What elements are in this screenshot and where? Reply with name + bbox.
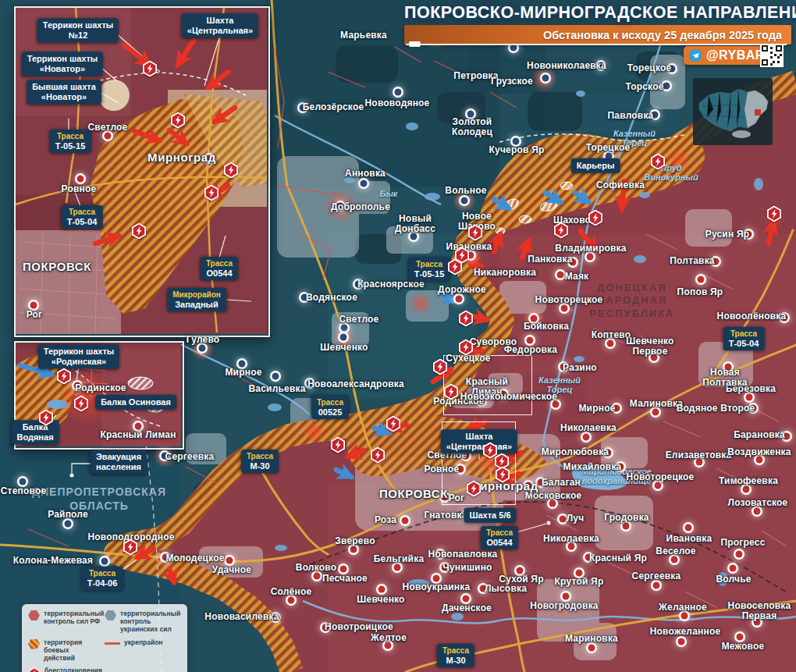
- settlement-label: Чунишино: [442, 563, 492, 573]
- settlement-dot: [402, 517, 409, 524]
- settlement-label: Молодецкое: [165, 553, 224, 564]
- map-label-box: ТрассаМ-30: [437, 644, 474, 667]
- clash-icon: [28, 667, 41, 672]
- settlement-label: Нововодяное: [364, 98, 429, 108]
- map-label-box: ТрассаТ-05-04: [723, 327, 765, 350]
- map-label-box-line: О0544: [206, 268, 233, 278]
- ukraine-minimap: [693, 78, 773, 148]
- settlement-dot: [563, 593, 570, 600]
- title-block: ПОКРОВСКО-МИРНОГРАДСКОЕ НАПРАВЛЕНИЕ Обст…: [404, 3, 791, 44]
- settlement-label: Дорожное: [438, 285, 486, 295]
- settlement-label: Волково: [296, 563, 336, 573]
- map-label-box: Трасса00525: [311, 396, 349, 419]
- settlement-label: Рог: [449, 493, 465, 503]
- map-label-box: ТрассаТ-05-04: [62, 205, 103, 229]
- clash-icon: [467, 225, 484, 244]
- settlement-label: Торецкое: [586, 143, 631, 153]
- map-label-box: ТрассаО0544: [481, 526, 518, 549]
- map-label-box: Эвакуациянаселения: [91, 450, 147, 474]
- settlement-label: Балаган: [542, 478, 581, 488]
- map-label-box-line: Т-05-15: [414, 268, 445, 279]
- clash-icon: [458, 311, 474, 330]
- settlement-label: Песчаное: [322, 574, 368, 584]
- settlement-label: Лозоватское: [728, 498, 788, 508]
- settlement-label: Прогресс: [720, 538, 765, 548]
- settlement-dot: [653, 582, 660, 589]
- settlement-label: Гродовка: [604, 513, 649, 523]
- clash-icon: [443, 384, 460, 404]
- settlement-dot: [560, 516, 567, 523]
- legend-label: территория боевых действий: [44, 638, 100, 663]
- hex-blue-swatch: [105, 610, 116, 620]
- settlement-dot: [698, 276, 705, 283]
- page-title: ПОКРОВСКО-МИРНОГРАДСКОЕ НАПРАВЛЕНИЕ: [404, 3, 791, 23]
- timeline-line: [406, 44, 787, 45]
- settlement-dot: [587, 254, 594, 261]
- clash-halo: [410, 293, 432, 315]
- settlement-label: Попов Яр: [677, 287, 723, 297]
- settlement-dot: [361, 180, 368, 187]
- settlement-label: Владимировка: [555, 244, 626, 254]
- settlement-label: Новоторецкое: [535, 295, 603, 305]
- clash-icon: [447, 259, 464, 279]
- settlement-label: Новотроицкое: [325, 622, 393, 632]
- settlement-label: Доброполье: [331, 202, 390, 212]
- settlement-label: Лысовка: [485, 584, 527, 594]
- clash-icon: [38, 410, 55, 429]
- settlement-label: Сергеевка: [632, 571, 681, 581]
- map-label-box: ТрассаМ-30: [241, 450, 279, 473]
- map-label-box: Шахта 5/6: [464, 508, 516, 523]
- settlement-label: Федоровка: [504, 345, 557, 355]
- settlement-dot: [607, 340, 614, 347]
- settlement-dot: [671, 556, 678, 564]
- settlement-label: Софиевка: [596, 180, 645, 190]
- settlement-dot: [542, 75, 549, 82]
- settlement-dot: [568, 543, 575, 550]
- settlement-label: Рог: [27, 310, 43, 320]
- fortline-swatch: [105, 642, 120, 645]
- settlement-dot: [199, 345, 206, 352]
- settlement-label: Мирное: [578, 404, 615, 414]
- clash-icon: [553, 222, 570, 242]
- settlement-label: Новогродовка: [530, 601, 598, 611]
- map-label-box: МикрорайонЗападный: [167, 288, 226, 311]
- map-label-box-line: Трасса: [486, 528, 513, 538]
- rybar-badge[interactable]: @RYBAR: [684, 46, 773, 65]
- map-label-box: Балка Осиновая: [95, 395, 176, 410]
- clash-icon: [766, 206, 783, 226]
- settlement-dot: [101, 558, 108, 565]
- settlement-label: Новоалександровка: [307, 379, 404, 389]
- map-label-box: ТрассаТ-05-15: [50, 130, 91, 153]
- map-label-box-line: Т-05-04: [67, 216, 98, 226]
- map-label-box-line: О0544: [486, 537, 513, 547]
- map-label-box-line: Трасса: [247, 452, 273, 461]
- date-banner: Обстановка к исходу 25 декабря 2025 года: [404, 25, 791, 44]
- settlement-label: Нововасилевка: [204, 612, 279, 622]
- map-label-box-line: Террикон шахты: [44, 347, 114, 357]
- map-label-box: ТрассаТ-04-06: [82, 567, 123, 590]
- map-label-box-line: населения: [96, 462, 141, 472]
- settlement-label: Новая Полтавка: [690, 368, 761, 388]
- settlement-label: Бельгийка: [374, 554, 425, 564]
- map-label-box-line: Трасса: [206, 259, 233, 268]
- rybar-handle: @RYBAR: [706, 48, 765, 62]
- settlement-label: Торское: [625, 82, 663, 92]
- legend-item: боестолкновения: [28, 667, 100, 672]
- settlement-label: Марьевка: [340, 30, 387, 41]
- clash-icon: [204, 185, 220, 204]
- map-label-box: Террикон шахты№12: [37, 18, 119, 42]
- map-label-box-line: «Центральная»: [187, 26, 253, 36]
- settlement-label: Золотой Колодец: [452, 117, 492, 137]
- clash-icon: [370, 447, 386, 467]
- map-label-box-line: «Родинская»: [44, 357, 114, 367]
- settlement-label: Красный Лиман: [100, 430, 176, 440]
- settlement-label: Светлое: [339, 315, 379, 325]
- settlement-label: Малиновка: [630, 399, 683, 409]
- settlement-dot: [652, 409, 659, 416]
- map-label-box-line: Балка Осиновая: [101, 397, 171, 407]
- settlement-label: Сергеевка: [165, 452, 215, 462]
- settlement-label: Новый Донбасс: [395, 214, 435, 234]
- settlement-dot: [561, 305, 568, 312]
- map-label-box-line: «Новатор»: [27, 64, 98, 74]
- clash-icon: [142, 61, 158, 80]
